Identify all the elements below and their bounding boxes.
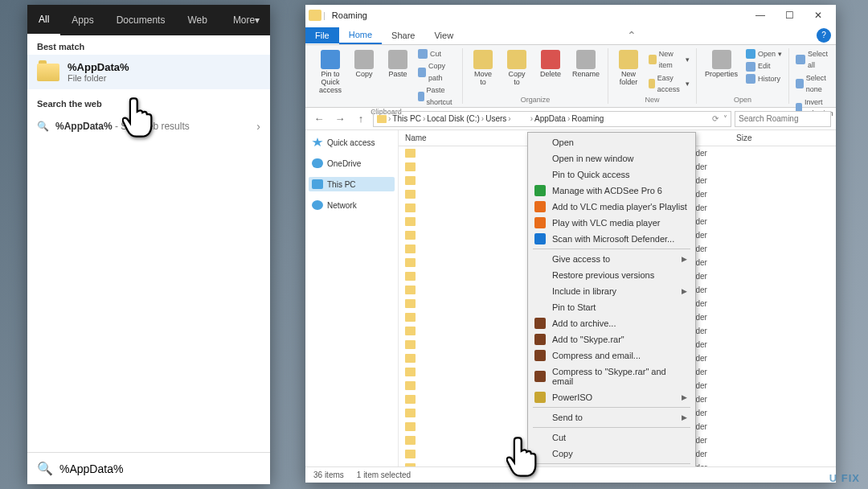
group-organize-label: Organize (521, 96, 551, 104)
context-menu-item[interactable]: Copy (530, 446, 694, 462)
start-tabs: All Apps Documents Web More ▾ (27, 5, 270, 35)
folder-icon (405, 313, 416, 322)
folder-icon (405, 244, 416, 253)
edit-button[interactable]: Edit (746, 60, 782, 72)
start-search-panel: All Apps Documents Web More ▾ Best match… (27, 5, 270, 484)
ribbon-collapse-button[interactable]: ⌃ (627, 29, 637, 42)
copy-to-button[interactable]: Copy to (503, 48, 530, 88)
chevron-right-icon: › (256, 120, 260, 133)
rename-button[interactable]: Rename (571, 48, 601, 80)
folder-icon (405, 450, 416, 458)
context-menu-item[interactable]: Pin to Start (530, 299, 694, 315)
context-menu-item[interactable]: Restore previous versions (530, 267, 694, 283)
folder-icon (405, 340, 416, 349)
tab-web[interactable]: Web (176, 5, 218, 35)
file-tab[interactable]: File (305, 27, 339, 43)
folder-icon (405, 354, 416, 363)
cut-button[interactable]: Cut (418, 48, 456, 60)
folder-icon (405, 463, 416, 466)
group-open-label: Open (734, 96, 751, 104)
context-menu-item[interactable]: Include in library▶ (530, 283, 694, 299)
search-icon: 🔍 (37, 461, 53, 476)
status-bar: 36 items 1 item selected (305, 466, 836, 483)
ribbon: Pin to Quick access Copy Paste Cut Copy … (305, 45, 836, 108)
nav-network[interactable]: Network (309, 198, 395, 212)
open-button[interactable]: Open ▾ (746, 48, 782, 60)
folder-icon (405, 368, 416, 376)
title-bar[interactable]: | Roaming — ☐ ✕ (305, 5, 836, 26)
nav-quick-access[interactable]: Quick access (309, 135, 395, 150)
folder-icon (405, 217, 416, 226)
address-bar: ← → ↑ › This PC› Local Disk (C:)› Users›… (305, 108, 836, 130)
ribbon-tab-home[interactable]: Home (339, 27, 382, 44)
context-menu-item[interactable]: Compress and email... (530, 347, 694, 364)
search-result-appdata[interactable]: %AppData% File folder (27, 55, 270, 89)
status-item-count: 36 items (313, 471, 344, 479)
context-menu-item[interactable]: Play with VLC media player (530, 215, 694, 231)
easy-access-button[interactable]: Easy access ▾ (649, 72, 690, 96)
close-button[interactable]: ✕ (804, 5, 833, 26)
context-menu-item[interactable]: Create shortcut (530, 466, 694, 466)
ribbon-tab-view[interactable]: View (424, 27, 463, 43)
breadcrumb[interactable]: › This PC› Local Disk (C:)› Users› › App… (373, 111, 731, 127)
context-menu-item[interactable]: Manage with ACDSee Pro 6 (530, 183, 694, 199)
new-folder-button[interactable]: New folder (615, 48, 642, 88)
back-button[interactable]: ← (310, 110, 328, 128)
context-menu-item[interactable]: Add to VLC media player's Playlist (530, 199, 694, 215)
context-menu-item[interactable]: Cut (530, 429, 694, 446)
maximize-button[interactable]: ☐ (775, 5, 804, 26)
search-web-header: Search the web (27, 89, 270, 113)
tab-all[interactable]: All (27, 5, 60, 35)
minimize-button[interactable]: — (746, 5, 775, 26)
history-button[interactable]: History (746, 73, 782, 84)
context-menu-item[interactable]: Scan with Microsoft Defender... (530, 231, 694, 247)
help-button[interactable]: ? (817, 28, 831, 43)
up-button[interactable]: ↑ (352, 110, 370, 128)
move-to-button[interactable]: Move to (469, 48, 497, 88)
context-menu-item[interactable]: Give access to▶ (530, 251, 694, 267)
copy-button[interactable]: Copy (350, 48, 378, 80)
properties-button[interactable]: Properties (703, 48, 739, 80)
folder-icon (37, 64, 59, 81)
copy-path-button[interactable]: Copy path (418, 60, 456, 84)
paste-button[interactable]: Paste (384, 48, 411, 80)
nav-this-pc[interactable]: This PC (309, 177, 395, 191)
folder-icon (405, 286, 416, 294)
tab-more[interactable]: More ▾ (222, 5, 271, 35)
context-menu-item[interactable]: Compress to "Skype.rar" and email (530, 364, 694, 389)
nav-onedrive[interactable]: OneDrive (309, 156, 395, 171)
delete-button[interactable]: Delete (537, 48, 564, 80)
folder-icon (405, 436, 416, 445)
best-match-header: Best match (27, 35, 270, 55)
folder-icon (405, 395, 416, 404)
context-menu-item[interactable]: Pin to Quick access (530, 166, 694, 183)
forward-button[interactable]: → (331, 110, 349, 128)
select-none-button[interactable]: Select none (796, 72, 837, 96)
select-all-button[interactable]: Select all (796, 48, 837, 72)
result-subtitle: File folder (68, 73, 129, 83)
folder-icon (405, 231, 416, 240)
tab-documents[interactable]: Documents (105, 5, 177, 35)
folder-icon (405, 162, 416, 171)
context-menu-item[interactable]: Open in new window (530, 150, 694, 166)
ribbon-tab-share[interactable]: Share (382, 27, 424, 43)
pin-quickaccess-button[interactable]: Pin to Quick access (317, 48, 344, 97)
search-web-row[interactable]: 🔍 %AppData% - See web results › (27, 113, 270, 139)
folder-icon (377, 115, 387, 123)
paste-shortcut-button[interactable]: Paste shortcut (418, 84, 456, 108)
folder-icon (405, 149, 416, 158)
new-item-button[interactable]: New item ▾ (649, 48, 690, 72)
context-menu-item[interactable]: Add to "Skype.rar" (530, 331, 694, 347)
context-menu-item[interactable]: Send to▶ (530, 409, 694, 425)
search-input[interactable] (59, 462, 260, 475)
start-search-box[interactable]: 🔍 (27, 452, 270, 484)
file-list-area: Name Date modified Type Size 9 9:14 PMFi… (399, 130, 836, 466)
context-menu-item[interactable]: Open (530, 134, 694, 150)
explorer-search-input[interactable] (735, 111, 831, 127)
folder-icon (405, 409, 416, 417)
context-menu-item[interactable]: PowerISO▶ (530, 389, 694, 405)
folder-icon (405, 422, 416, 431)
group-new-label: New (645, 96, 660, 104)
tab-apps[interactable]: Apps (60, 5, 104, 35)
context-menu-item[interactable]: Add to archive... (530, 315, 694, 331)
